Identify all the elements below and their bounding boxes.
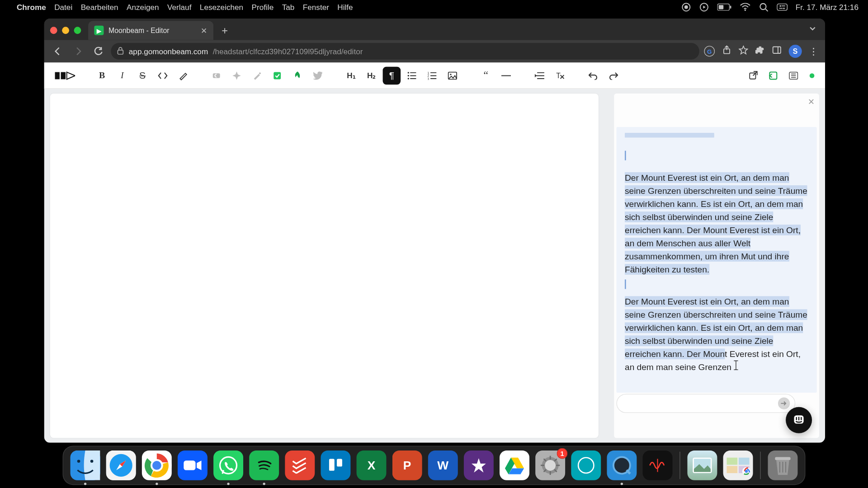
- export-button[interactable]: [764, 66, 783, 84]
- nav-forward-button[interactable]: [71, 43, 86, 59]
- svg-point-25: [408, 75, 409, 76]
- window-close-button[interactable]: [50, 27, 57, 34]
- panel-content[interactable]: Der Mount Everest ist ein Ort, an dem ma…: [617, 127, 817, 393]
- ai-tool-2-button[interactable]: [228, 66, 246, 84]
- dock-preview-icon[interactable]: [687, 450, 717, 480]
- numbered-list-button[interactable]: 123: [423, 66, 441, 84]
- redo-button[interactable]: [604, 66, 623, 84]
- status-play-icon[interactable]: [699, 2, 708, 12]
- svg-rect-18: [55, 72, 60, 79]
- svg-point-1: [684, 5, 688, 9]
- control-center-icon[interactable]: [777, 4, 788, 11]
- bold-button[interactable]: B: [93, 66, 111, 84]
- extensions-icon[interactable]: [755, 45, 765, 57]
- highlight-button[interactable]: [174, 66, 192, 84]
- twitter-button[interactable]: [309, 66, 327, 84]
- send-button[interactable]: [778, 398, 790, 409]
- wifi-icon[interactable]: [740, 3, 750, 11]
- clear-format-button[interactable]: T: [551, 66, 569, 84]
- intercom-launcher-button[interactable]: [786, 407, 812, 433]
- dock-zoom-icon[interactable]: [178, 450, 208, 480]
- new-tab-button[interactable]: +: [218, 25, 231, 38]
- paragraph-button[interactable]: ¶: [383, 66, 401, 84]
- menu-lesezeichen[interactable]: Lesezeichen: [200, 3, 243, 12]
- menu-hilfe[interactable]: Hilfe: [337, 3, 353, 12]
- window-minimize-button[interactable]: [62, 27, 69, 34]
- code-button[interactable]: [154, 66, 172, 84]
- tab-list-chevron-icon[interactable]: [808, 24, 816, 35]
- moonbeam-logo-icon[interactable]: [55, 70, 75, 81]
- indent-button[interactable]: [531, 66, 549, 84]
- bookmark-star-icon[interactable]: [739, 45, 748, 57]
- bullet-list-button[interactable]: [403, 66, 421, 84]
- dock-excel-icon[interactable]: X: [357, 450, 387, 480]
- dock-divider: [679, 452, 680, 479]
- dock-settings-icon[interactable]: 1: [535, 450, 565, 480]
- menu-fenster[interactable]: Fenster: [303, 3, 329, 12]
- outline-toggle-button[interactable]: [784, 66, 802, 84]
- ai-tool-3-button[interactable]: [248, 66, 266, 84]
- menu-datei[interactable]: Datei: [54, 3, 72, 12]
- ai-tool-1-button[interactable]: [208, 66, 226, 84]
- menu-verlauf[interactable]: Verlauf: [167, 3, 191, 12]
- nav-reload-button[interactable]: [90, 43, 106, 59]
- divider-button[interactable]: [497, 66, 515, 84]
- menubar-clock[interactable]: Fr. 17. März 21:16: [796, 3, 859, 12]
- svg-point-10: [779, 5, 781, 6]
- sidepanel-icon[interactable]: [772, 45, 782, 57]
- tab-close-button[interactable]: ✕: [201, 26, 208, 35]
- google-translate-icon[interactable]: G: [704, 46, 715, 57]
- dock-spotify-icon[interactable]: [249, 450, 279, 480]
- menu-bearbeiten[interactable]: Bearbeiten: [81, 3, 118, 12]
- dock-safari-icon[interactable]: [106, 450, 136, 480]
- editor-canvas[interactable]: [50, 94, 599, 438]
- editor-toolbar: B I S: [44, 62, 825, 89]
- dock-imovie-icon[interactable]: [464, 450, 494, 480]
- dock-powerpoint-icon[interactable]: P: [392, 450, 422, 480]
- dock-googledrive-icon[interactable]: [500, 450, 529, 480]
- svg-rect-19: [61, 72, 66, 79]
- nav-back-button[interactable]: [50, 43, 66, 59]
- dock-quicktime-icon[interactable]: [607, 450, 637, 480]
- dock-trello-icon[interactable]: [321, 450, 350, 480]
- selection-caret: [625, 151, 626, 160]
- paragraph-1-text: Der Mount Everest ist ein Ort, an dem ma…: [625, 172, 807, 275]
- ai-tool-5-button[interactable]: [288, 66, 307, 84]
- connection-status-icon: [810, 73, 815, 78]
- h2-button[interactable]: H₂: [363, 66, 381, 84]
- address-bar[interactable]: app.gomoonbeam.com/headstart/clfczd39h02…: [111, 43, 699, 60]
- dock-app-teal-icon[interactable]: [571, 450, 601, 480]
- svg-rect-91: [775, 457, 790, 460]
- panel-close-button[interactable]: ×: [808, 96, 814, 108]
- dock-todoist-icon[interactable]: [285, 450, 315, 480]
- dock-word-icon[interactable]: W: [428, 450, 458, 480]
- profile-avatar[interactable]: S: [789, 45, 802, 58]
- window-maximize-button[interactable]: [74, 27, 81, 34]
- browser-tab[interactable]: ▶ Moonbeam - Editor ✕: [88, 21, 213, 40]
- menu-tab[interactable]: Tab: [282, 3, 295, 12]
- menu-anzeigen[interactable]: Anzeigen: [127, 3, 159, 12]
- battery-icon[interactable]: [717, 4, 731, 11]
- dock-whatsapp-icon[interactable]: [213, 450, 243, 480]
- share-icon[interactable]: [722, 45, 731, 57]
- search-icon[interactable]: [759, 2, 768, 12]
- status-record-icon[interactable]: [681, 2, 691, 12]
- h1-button[interactable]: H₁: [342, 66, 360, 84]
- ai-tool-4-button[interactable]: [268, 66, 286, 84]
- menubar-app-name[interactable]: Chrome: [17, 3, 46, 12]
- dock-finder-icon[interactable]: [71, 450, 100, 480]
- menu-profile[interactable]: Profile: [252, 3, 274, 12]
- strike-button[interactable]: S: [133, 66, 151, 84]
- panel-input[interactable]: [617, 394, 796, 413]
- dock-recent-file-icon[interactable]: [723, 450, 753, 480]
- image-button[interactable]: [443, 66, 462, 84]
- macos-dock: X P W 1: [62, 446, 805, 485]
- dock-chrome-icon[interactable]: [142, 450, 172, 480]
- open-external-button[interactable]: [744, 66, 762, 84]
- dock-voice-memos-icon[interactable]: [643, 450, 673, 480]
- italic-button[interactable]: I: [113, 66, 132, 84]
- blockquote-button[interactable]: “: [477, 66, 495, 84]
- undo-button[interactable]: [584, 66, 602, 84]
- chrome-menu-icon[interactable]: ⋮: [809, 46, 819, 57]
- dock-trash-icon[interactable]: [768, 450, 797, 480]
